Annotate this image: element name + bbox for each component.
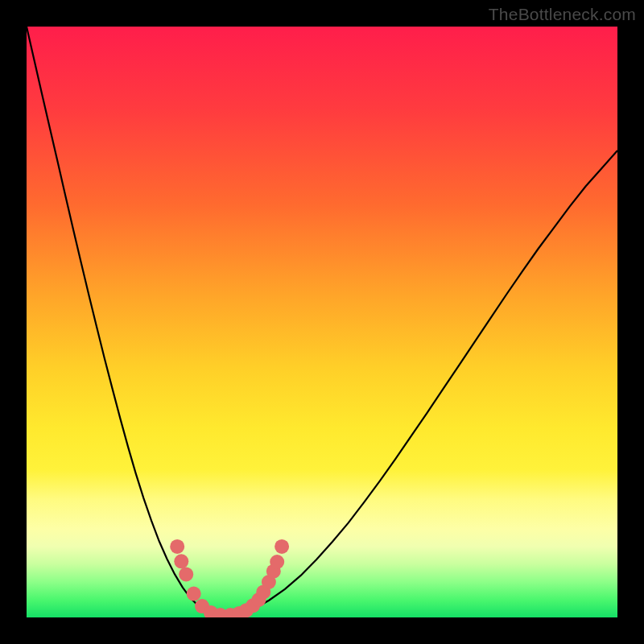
- highlight-dot: [170, 539, 184, 554]
- highlight-dots: [170, 539, 289, 617]
- highlight-dot: [187, 587, 201, 601]
- highlight-dot: [179, 567, 193, 581]
- highlight-dot: [174, 554, 188, 568]
- curve-layer: [27, 27, 617, 617]
- watermark-text: TheBottleneck.com: [489, 5, 636, 24]
- bottleneck-curve: [27, 27, 617, 617]
- highlight-dot: [275, 539, 289, 554]
- chart-frame: TheBottleneck.com: [0, 0, 644, 644]
- plot-area: [27, 27, 617, 617]
- highlight-dot: [270, 555, 284, 569]
